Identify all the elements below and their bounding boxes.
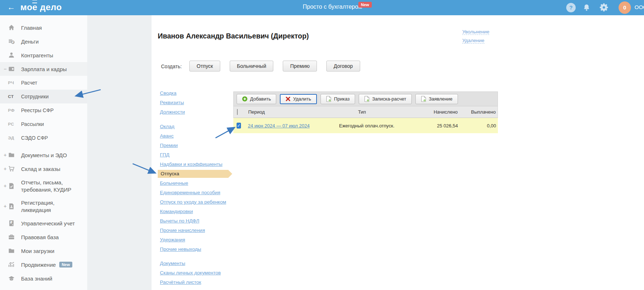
collapse-minus-icon[interactable]: − <box>3 66 7 72</box>
nav-link-other-absences[interactable]: Прочие невыходы <box>160 245 247 254</box>
accrued-cell: 25 026,54 <box>415 123 458 128</box>
order-button[interactable]: Приказ <box>321 94 355 104</box>
nav-link-payslip[interactable]: Расчётный листок <box>160 278 247 287</box>
svg-text:₽: ₽ <box>12 41 14 44</box>
nav-link-gpd[interactable]: ГПД <box>160 150 247 160</box>
expand-plus-icon[interactable]: + <box>3 203 7 210</box>
sidebar-subitem-sedo[interactable]: ЭД СЭДО СФР <box>0 131 87 145</box>
column-header-paid[interactable]: Выплачено <box>458 109 498 115</box>
nav-link-ndfl-deductions[interactable]: Вычеты по НДФЛ <box>160 216 247 226</box>
sidebar-item-home[interactable]: Главная <box>0 21 87 34</box>
nav-link-withholdings[interactable]: Удержания <box>160 235 247 245</box>
money-icon: ₽ <box>8 38 15 45</box>
promotion-chart-icon <box>8 261 15 268</box>
sidebar-item-legal-base[interactable]: Правовая база <box>0 230 87 244</box>
employee-page-title: Иванов Александр Васильевич (Директор) <box>158 32 309 40</box>
table-header-row: Период Тип Начислено Выплачено <box>233 106 498 118</box>
subitem-abbr: ЭД <box>8 136 14 140</box>
management-ruble-icon: ₽ <box>8 220 15 227</box>
sidebar-subitem-calculation[interactable]: РЧ Расчет <box>0 76 87 90</box>
nav-link-documents[interactable]: Документы <box>160 259 247 268</box>
nav-link-childcare[interactable]: Отпуск по уходу за ребенком <box>160 197 247 207</box>
sidebar-item-label: Управленческий учет <box>21 220 75 226</box>
promo-banner[interactable]: Просто с бухгалтером New <box>303 4 362 10</box>
delete-button[interactable]: Удалить <box>280 94 317 104</box>
report-doc-icon <box>8 183 15 189</box>
create-contract-button[interactable]: Договор <box>326 61 360 72</box>
sidebar-item-promotion[interactable]: Продвижение New <box>0 258 87 271</box>
create-sickleave-button[interactable]: Больничный <box>230 61 274 72</box>
sidebar-item-knowledge-base[interactable]: База знаний <box>0 271 87 285</box>
create-buttons-row: Отпуск Больничный Премию Договор <box>189 61 360 72</box>
note-calculation-button[interactable]: Записка-расчет <box>359 94 412 104</box>
notifications-bell-icon[interactable] <box>583 3 591 13</box>
graduation-cap-icon <box>8 275 15 282</box>
subitem-abbr: СТ <box>8 94 14 99</box>
promo-text: Просто с бухгалтером <box>303 4 362 10</box>
nav-item-vacations-active[interactable]: Отпуска <box>158 170 228 178</box>
nav-link-business-trips[interactable]: Командировки <box>160 207 247 216</box>
sidebar-item-label: Контрагенты <box>21 52 53 58</box>
sidebar-item-contractors[interactable]: Контрагенты <box>0 48 87 62</box>
sidebar-item-reports[interactable]: + Отчеты, письма,требования, КУДИР <box>0 176 87 196</box>
sidebar-item-management[interactable]: ₽ Управленческий учет <box>0 216 87 230</box>
vacation-period-link[interactable]: 24 июн 2024 — 07 июл 2024 <box>248 123 310 128</box>
subitem-abbr: РС <box>8 122 14 126</box>
table-row[interactable]: ✓ 24 июн 2024 — 07 июл 2024 Ежегодный оп… <box>233 118 498 133</box>
logo-e-bar: е <box>32 2 37 12</box>
settings-gear-icon[interactable] <box>600 3 609 13</box>
sidebar-item-salary[interactable]: − Зарплата и кадры <box>0 62 87 76</box>
sidebar-subitem-employees[interactable]: СТ Сотрудники <box>0 90 87 103</box>
nav-link-document-scans[interactable]: Сканы личных документов <box>160 268 247 278</box>
sidebar-item-registration[interactable]: + Регистрация,ликвидация <box>0 196 87 216</box>
sidebar-subitem-mailings[interactable]: РС Рассылки <box>0 117 87 131</box>
registration-doc-icon <box>8 203 15 210</box>
nav-link-other-accruals[interactable]: Прочие начисления <box>160 226 247 235</box>
person-icon <box>8 52 15 59</box>
column-header-period[interactable]: Период <box>245 109 338 115</box>
column-header-accrued[interactable]: Начислено <box>415 109 458 115</box>
app-window: ← моедело Просто с бухгалтером New ? 0 О… <box>0 0 644 290</box>
sidebar-item-money[interactable]: ₽ Деньги <box>0 34 87 48</box>
select-all-checkbox[interactable] <box>237 109 238 115</box>
subitem-label: Расчет <box>21 80 37 86</box>
sidebar-item-documents[interactable]: + Документы и ЭДО <box>0 148 87 162</box>
statement-button[interactable]: Заявление <box>415 94 458 104</box>
sidebar-item-label: Регистрация,ликвидация <box>21 199 55 213</box>
sidebar-item-label: Отчеты, письма,требования, КУДИР <box>21 179 71 193</box>
sidebar-item-label: Правовая база <box>21 234 59 240</box>
subitem-label: Рассылки <box>21 121 44 127</box>
expand-plus-icon[interactable]: + <box>3 152 7 158</box>
nav-link-lumpsum[interactable]: Единовременные пособия <box>160 188 247 197</box>
nav-link-sickleaves[interactable]: Больничные <box>160 179 247 188</box>
sidebar-item-my-uploads[interactable]: Мои загрузки <box>0 244 87 258</box>
document-plus-icon <box>364 96 370 102</box>
create-bonus-button[interactable]: Премию <box>283 61 317 72</box>
add-button[interactable]: Добавить <box>237 94 276 104</box>
subitem-abbr: РЧ <box>8 81 14 85</box>
nav-link-allowances[interactable]: Надбавки и коэффициенты <box>160 160 247 169</box>
subitem-label: Реестры СФР <box>21 107 54 113</box>
avatar[interactable]: 0 <box>619 1 631 14</box>
cart-icon <box>8 166 15 172</box>
nav-link-bonuses[interactable]: Премии <box>160 141 247 150</box>
account-name[interactable]: ООО <box>635 4 644 10</box>
expand-plus-icon[interactable]: + <box>3 183 7 190</box>
expand-plus-icon[interactable]: + <box>3 166 7 172</box>
table-toolbar: Добавить Удалить Приказ Записка-расчет З… <box>233 91 498 106</box>
folder-icon <box>8 248 15 254</box>
app-logo[interactable]: моедело <box>20 2 62 12</box>
add-icon <box>242 96 247 102</box>
sidebar-item-warehouse[interactable]: + Склад и заказы <box>0 162 87 176</box>
sidebar-item-label: Продвижение <box>21 262 56 268</box>
sidebar-subitem-registers[interactable]: РФ Реестры СФР <box>0 103 87 117</box>
deletion-link[interactable]: Удаление <box>462 38 484 44</box>
column-header-type[interactable]: Тип <box>338 109 415 115</box>
vacation-type-cell: Ежегодный оплач.отпуск. <box>338 123 415 128</box>
create-vacation-button[interactable]: Отпуск <box>189 61 220 72</box>
help-icon[interactable]: ? <box>566 3 576 12</box>
document-plus-icon <box>326 96 331 102</box>
back-arrow-icon[interactable]: ← <box>7 3 15 12</box>
row-checkbox-checked[interactable]: ✓ <box>237 123 241 128</box>
dismissal-link[interactable]: Увольнение <box>462 29 489 35</box>
